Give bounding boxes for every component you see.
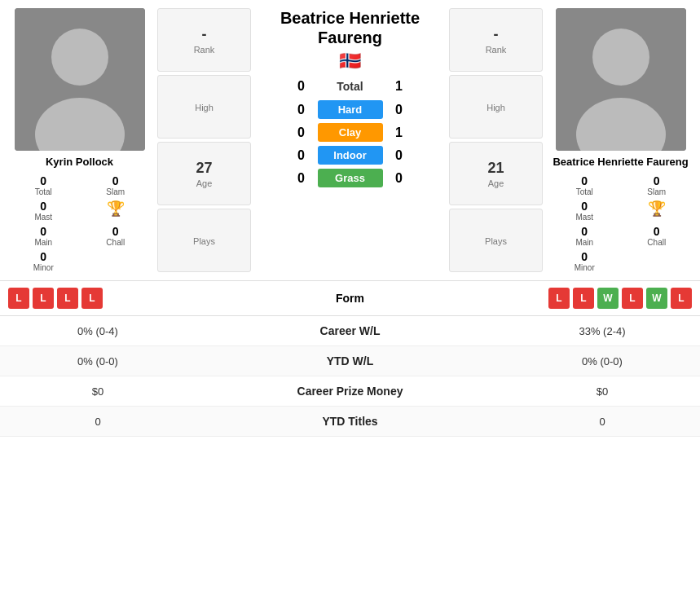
p2-age-box: 21 Age (449, 142, 543, 205)
svg-point-1 (51, 29, 108, 86)
p1-hard-score: 0 (293, 103, 310, 117)
career-prize-row: $0 Career Prize Money $0 (0, 376, 700, 407)
p2-chall-cell: 0 Chall (622, 225, 693, 247)
p1-plays-box: Plays (157, 209, 251, 272)
p1-trophy-icon-cell: 🏆 (81, 200, 152, 222)
p2-chall-val: 0 (654, 225, 660, 238)
p1-chall-label: Chall (106, 238, 125, 247)
p1-form-2: L (33, 288, 54, 309)
p2-mast-label: Mast (575, 213, 593, 222)
p2-rank-val: - (494, 26, 499, 43)
p2-plays-label: Plays (485, 236, 507, 246)
p1-main-label: Main (34, 238, 52, 247)
p2-grass-score: 0 (391, 171, 407, 186)
center-scores: Beatrice Henriette Faureng 🇳🇴 0 Total 1 … (258, 8, 442, 272)
p2-chall-label: Chall (647, 238, 666, 247)
p2-hard-score: 0 (391, 103, 407, 117)
p2-minor-cell: 0 Minor (549, 250, 620, 272)
p1-main-cell: 0 Main (8, 225, 79, 247)
p1-ytd-wl: 0% (0-0) (16, 355, 179, 367)
p1-rank-box: - Rank (157, 8, 251, 72)
p2-slam-cell: 0 Slam (622, 174, 693, 196)
p1-rank-label: Rank (194, 45, 215, 55)
p1-ytd-titles: 0 (16, 416, 179, 428)
p2-high-label: High (486, 103, 505, 112)
p2-minor-val: 0 (581, 250, 588, 263)
total-badge: Total (318, 77, 383, 96)
career-prize-label: Career Prize Money (179, 385, 521, 398)
p1-chall-cell: 0 Chall (81, 225, 152, 247)
p1-trophy-icon: 🏆 (107, 200, 125, 218)
p1-minor-val: 0 (40, 250, 46, 263)
p2-ytd-titles: 0 (521, 416, 684, 428)
p1-high-label: High (195, 103, 214, 112)
career-wl-row: 0% (0-4) Career W/L 33% (2-4) (0, 316, 700, 346)
p2-slam-val: 0 (654, 174, 660, 187)
player1-card: Kyrin Pollock 0 Total 0 Slam 0 Mast 🏆 (8, 8, 151, 272)
p2-form-6: L (671, 288, 692, 309)
p1-career-prize: $0 (16, 385, 179, 398)
p2-age-label: Age (488, 178, 504, 188)
p2-rank-label: Rank (486, 45, 507, 55)
p2-career-prize: $0 (521, 385, 684, 398)
p2-form: L L W L W L (529, 288, 692, 309)
p1-mast-val: 0 (40, 200, 46, 213)
player1-avatar (15, 8, 145, 151)
p1-form-1: L (8, 288, 29, 309)
p1-total-label: Total (35, 187, 52, 196)
p2-mast-cell: 0 Mast (549, 200, 620, 222)
p1-minor-label: Minor (33, 263, 54, 272)
indoor-badge: Indoor (318, 146, 383, 165)
player2-avatar (556, 8, 686, 151)
grass-row: 0 Grass 0 (258, 169, 442, 187)
p2-age-val: 21 (487, 160, 504, 177)
p1-high-box: High (157, 75, 251, 139)
player1-name: Kyrin Pollock (46, 156, 113, 168)
p2-indoor-score: 0 (391, 148, 407, 163)
p2-main-val: 0 (581, 225, 588, 238)
p2-clay-score: 1 (391, 125, 407, 140)
svg-point-4 (592, 29, 649, 86)
grass-badge: Grass (318, 169, 383, 187)
main-container: Kyrin Pollock 0 Total 0 Slam 0 Mast 🏆 (0, 0, 700, 594)
p2-career-wl: 33% (2-4) (521, 325, 684, 337)
hard-row: 0 Hard 0 (258, 100, 442, 119)
p2-form-2: L (573, 288, 594, 309)
p2-minor-label: Minor (575, 263, 595, 272)
p1-slam-cell: 0 Slam (81, 174, 152, 196)
p1-indoor-score: 0 (293, 148, 310, 163)
form-label: Form (171, 292, 529, 305)
p1-total-cell: 0 Total (8, 174, 79, 196)
p2-trophy-icon-cell: 🏆 (622, 200, 693, 222)
ytd-wl-label: YTD W/L (179, 354, 521, 367)
p2-form-3: W (597, 288, 619, 309)
p2-form-4: L (622, 288, 643, 309)
player2-card: Beatrice Henriette Faureng 0 Total 0 Sla… (549, 8, 692, 272)
p2-form-5: W (646, 288, 667, 309)
p2-mast-val: 0 (581, 200, 588, 213)
p2-ytd-wl: 0% (0-0) (521, 355, 684, 367)
hard-badge: Hard (318, 100, 383, 119)
p1-form-3: L (57, 288, 78, 309)
p1-plays-label: Plays (193, 236, 215, 246)
stats-section: 0% (0-4) Career W/L 33% (2-4) 0% (0-0) Y… (0, 316, 700, 437)
p1-grass-score: 0 (293, 171, 310, 186)
p1-total-val: 0 (40, 174, 46, 187)
p2-total-val: 0 (581, 174, 588, 187)
p2-total-score: 1 (391, 79, 407, 94)
top-section: Kyrin Pollock 0 Total 0 Slam 0 Mast 🏆 (0, 0, 700, 280)
p1-age-box: 27 Age (157, 142, 251, 205)
ytd-titles-label: YTD Titles (179, 415, 521, 428)
p1-minor-cell: 0 Minor (8, 250, 79, 272)
career-wl-label: Career W/L (179, 324, 521, 337)
p1-slam-val: 0 (112, 174, 119, 187)
p1-mast-cell: 0 Mast (8, 200, 79, 222)
p2-form-1: L (548, 288, 570, 309)
p2-high-box: High (449, 75, 543, 139)
p1-age-label: Age (196, 178, 213, 188)
p2-plays-box: Plays (449, 209, 543, 272)
p1-mast-label: Mast (34, 213, 52, 222)
scores-table: 0 Total 1 0 Hard 0 0 Clay 1 0 (258, 77, 442, 187)
p2-rank-box: - Rank (449, 8, 543, 72)
p1-form: L L L L (8, 288, 171, 309)
